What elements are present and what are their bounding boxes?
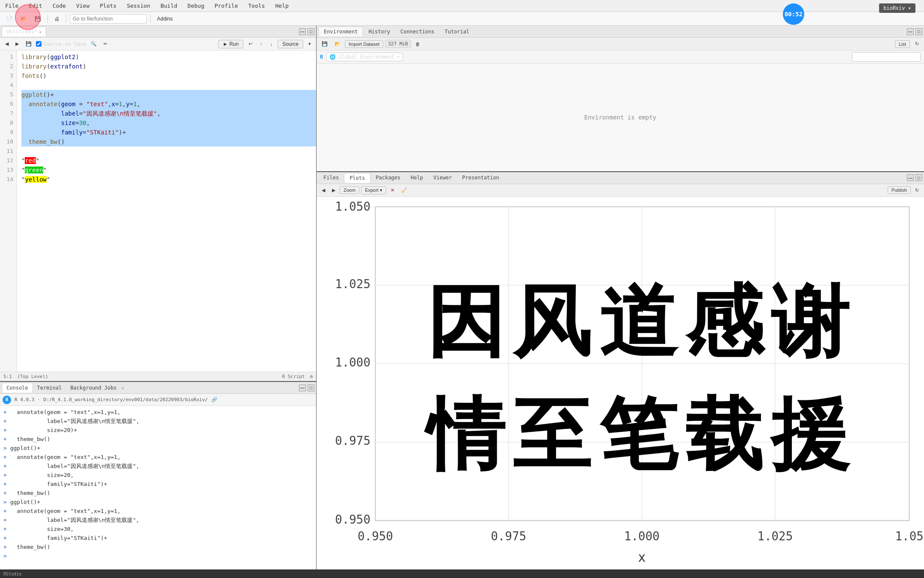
new-file-btn[interactable]: 📄 (3, 15, 16, 23)
menu-session[interactable]: Session (125, 2, 152, 10)
forward-btn[interactable]: ▶ (13, 40, 21, 48)
code-line-6: annotate(geom = "text",x=1,y=1, (21, 99, 316, 109)
list-view-btn[interactable]: List (895, 40, 910, 48)
code-line-13: "green" (21, 165, 316, 175)
line-num-3: 3 (0, 71, 17, 80)
global-env-selector[interactable]: 🌐 Global Environment ▾ (326, 53, 403, 61)
export-btn[interactable]: Export ▾ (361, 186, 386, 194)
source-button[interactable]: Source (278, 40, 303, 48)
edit-btn[interactable]: ✏ (101, 40, 110, 48)
editor-tab-bar: Untitled1* ✕ — □ (0, 26, 316, 38)
editor-maximize-btn[interactable]: □ (308, 28, 314, 35)
y-label-0975: 0.975 (335, 434, 370, 447)
broom-btn[interactable]: 🧹 (399, 186, 410, 194)
path-link-icon[interactable]: 🔗 (211, 397, 217, 402)
menu-view[interactable]: View (74, 2, 91, 10)
y-label-1000: 1.000 (335, 355, 370, 369)
menu-bar: File Edit Code View Plots Session Build … (0, 0, 924, 12)
source-on-save-checkbox[interactable] (36, 41, 41, 47)
goto-input[interactable] (70, 14, 147, 24)
bg-jobs-close[interactable]: ✕ (121, 386, 124, 390)
editor-tab-label: Untitled1* (6, 29, 37, 35)
menu-debug[interactable]: Debug (186, 2, 206, 10)
delete-plot-btn[interactable]: ✕ (388, 186, 397, 194)
tab-connections[interactable]: Connections (395, 27, 439, 36)
tab-files[interactable]: Files (318, 173, 344, 182)
tab-tutorial[interactable]: Tutorial (440, 27, 475, 36)
console-line-4: + theme_bw() (3, 435, 313, 444)
env-refresh-btn[interactable]: ↻ (912, 40, 921, 48)
publish-btn[interactable]: Publish (888, 186, 911, 194)
tab-terminal[interactable]: Terminal (33, 383, 66, 393)
tab-help[interactable]: Help (406, 173, 428, 182)
plots-prev-btn[interactable]: ◀ (319, 186, 328, 194)
menu-build[interactable]: Build (159, 2, 179, 10)
source-on-save-label[interactable]: Source on Save (36, 41, 86, 47)
x-label-0975: 0.975 (491, 529, 527, 542)
console-maximize-btn[interactable]: □ (308, 384, 314, 391)
source-arrow-btn[interactable]: ▾ (306, 40, 314, 48)
env-search-input[interactable] (852, 52, 921, 62)
menu-code[interactable]: Code (51, 2, 68, 10)
print-btn[interactable]: 🖨 (51, 15, 62, 23)
editor-tab-close[interactable]: ✕ (39, 30, 41, 34)
tab-console[interactable]: Console (2, 383, 33, 393)
tab-history[interactable]: History (363, 27, 395, 36)
menu-help[interactable]: Help (273, 2, 290, 10)
settings-icon[interactable]: ⚙ (310, 374, 313, 379)
rerun-btn[interactable]: ↩ (246, 40, 255, 48)
env-save-btn[interactable]: 💾 (319, 40, 330, 48)
code-line-2: library(extrafont) (21, 62, 316, 71)
save-file-btn[interactable]: 💾 (23, 40, 34, 48)
biorfxiv-badge[interactable]: bioRxiv ▾ (879, 3, 915, 13)
line-num-2: 2 (0, 62, 17, 71)
console-line-13: + label="因风道感谢\n情至笔载援", (3, 515, 313, 524)
tab-viewer[interactable]: Viewer (428, 173, 457, 182)
x-label-0950: 0.950 (358, 529, 393, 542)
code-line-9: family="STKaiti")+ (21, 128, 316, 137)
env-clear-btn[interactable]: 🗑 (413, 40, 423, 48)
line-num-10: 10 (0, 137, 17, 146)
addins-btn[interactable]: Addins (154, 15, 176, 23)
down-btn[interactable]: ↓ (267, 40, 275, 48)
env-open-btn[interactable]: 📂 (332, 40, 343, 48)
r-console-icon: R (320, 54, 323, 60)
line-num-9: 9 (0, 128, 17, 137)
editor-minimize-btn[interactable]: — (299, 28, 306, 35)
up-btn[interactable]: ↑ (258, 40, 265, 48)
console-scroll-area[interactable]: + annotate(geom = "text",x=1,y=1, + labe… (0, 406, 316, 569)
code-content[interactable]: library(ggplot2) library(extrafont) font… (17, 51, 316, 372)
run-button[interactable]: ► Run (218, 40, 243, 48)
console-header: R R 4.0.3 · D:/R_4.1.0_working_directory… (0, 394, 316, 406)
line-num-11: 11 (0, 146, 17, 156)
tab-packages[interactable]: Packages (370, 173, 406, 182)
right-panel: Environment History Connections Tutorial… (317, 26, 924, 569)
search-btn[interactable]: 🔍 (88, 40, 99, 48)
plots-minimize-btn[interactable]: — (907, 174, 914, 181)
line-num-5: 5 (0, 90, 17, 99)
toolbar-sep-3 (150, 15, 151, 23)
menu-plots[interactable]: Plots (98, 2, 118, 10)
editor-toolbar: ◀ ▶ 💾 Source on Save 🔍 ✏ ► Run ↩ ↑ ↓ Sou… (0, 38, 316, 51)
tab-presentation[interactable]: Presentation (457, 173, 504, 182)
env-minimize-btn[interactable]: — (907, 28, 914, 35)
console-panel: Console Terminal Background Jobs ✕ — □ R… (0, 381, 316, 569)
file-type: R Script (282, 374, 305, 379)
menu-tools[interactable]: Tools (246, 2, 267, 10)
zoom-btn[interactable]: Zoom (340, 186, 359, 194)
plots-next-btn[interactable]: ▶ (329, 186, 338, 194)
plots-refresh-btn[interactable]: ↻ (912, 186, 921, 194)
back-btn[interactable]: ◀ (3, 40, 11, 48)
working-dir: D:/R_4.1.0_working_directory/env001/data… (44, 397, 208, 402)
tab-background-jobs[interactable]: Background Jobs ✕ (66, 383, 128, 393)
console-minimize-btn[interactable]: — (299, 384, 306, 391)
tab-environment[interactable]: Environment (318, 27, 363, 36)
r-indicator: R (3, 396, 11, 404)
import-dataset-btn[interactable]: Import Dataset (345, 40, 383, 48)
env-tab-bar: Environment History Connections Tutorial… (317, 26, 924, 38)
env-maximize-btn[interactable]: □ (915, 28, 922, 35)
tab-plots[interactable]: Plots (344, 173, 370, 183)
plots-maximize-btn[interactable]: □ (915, 174, 922, 181)
x-label-105: 1.05 (895, 529, 924, 542)
menu-profile[interactable]: Profile (213, 2, 240, 10)
